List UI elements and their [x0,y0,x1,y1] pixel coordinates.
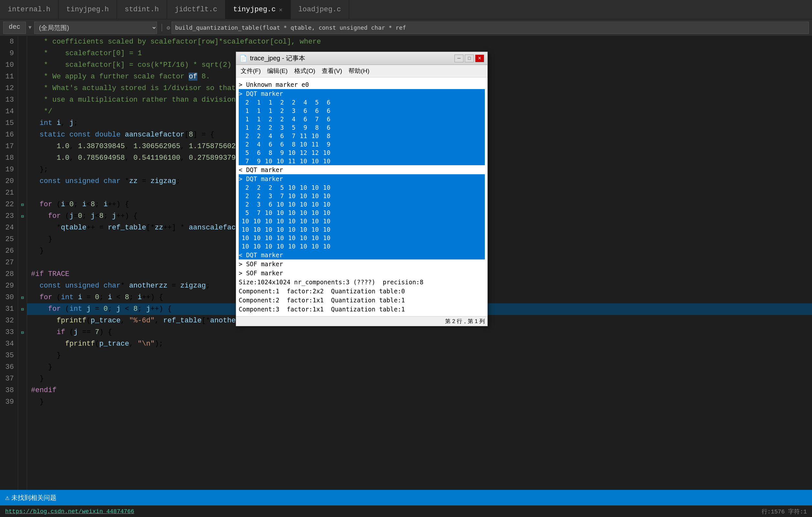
bottom-bar: https://blog.csdn.net/weixin_44874766 行:… [0,506,812,517]
code-line-34: fprintf(p_trace, "\n"); [27,338,812,350]
matrix2-row-6: 10 10 10 10 10 10 10 10 [240,234,485,242]
tab-tinyjpeg-h[interactable]: tinyjpeg.h [58,0,117,19]
matrix1-row-2: 1 1 2 2 4 6 7 6 [240,115,485,123]
matrix2-row-2: 2 3 6 10 10 10 10 10 [240,200,485,209]
collapse-gutter: ⊟ ⊟ ⊟ ⊟ ⊟ [18,36,27,490]
maximize-button[interactable]: □ [465,55,474,62]
notepad-line-close-dqt1: < DQT marker [239,165,485,174]
collapse-icon-30[interactable]: ⊟ [18,292,27,303]
warning-indicator: ⚠ 未找到相关问题 [5,493,57,502]
notepad-line-dqt-marker-2: > DQT marker [239,174,485,183]
matrix1-row-4: 2 2 4 6 7 11 10 8 [240,132,485,140]
toolbar-arrow: ▼ [28,25,32,31]
code-line-37: } [27,373,812,385]
menu-help[interactable]: 帮助(H) [346,66,372,76]
menu-format[interactable]: 格式(O) [292,66,318,76]
notepad-window: 📄 trace_jpeg - 记事本 ─ □ ✕ 文件(F) 编辑(E) 格式(… [236,52,488,326]
matrix1-row-6: 5 6 8 9 10 12 12 10 [240,148,485,157]
scope-dropdown[interactable]: (全局范围) [34,22,157,34]
notepad-menu: 文件(F) 编辑(E) 格式(O) 查看(V) 帮助(H) [236,65,487,78]
tab-stdint-h[interactable]: stdint.h [117,0,167,19]
matrix2-row-1: 2 2 3 7 10 10 10 10 [240,192,485,200]
collapse-icon-31[interactable]: ⊟ [18,303,27,315]
notepad-status: 第 2 行，第 1 列 [236,316,487,326]
notepad-matrix1: 2 1 1 2 2 4 5 6 1 1 1 2 3 6 6 6 1 1 [239,98,485,165]
tab-internal-h[interactable]: internal.h [0,0,58,19]
notepad-line-sof-1: > SOF marker [239,260,485,269]
matrix2-row-0: 2 2 2 5 10 10 10 10 [240,183,485,192]
notepad-cursor-position: 第 2 行，第 1 列 [445,318,485,324]
code-line-38: #endif [27,385,812,396]
matrix1-row-5: 2 4 6 6 8 10 11 9 [240,140,485,148]
notepad-controls: ─ □ ✕ [455,55,484,62]
menu-edit[interactable]: 编辑(E) [264,66,290,76]
code-line-33: if (j == 7) { [27,327,812,338]
tab-tinyjpeg-c[interactable]: tinyjpeg.c ✕ [226,0,291,19]
line-numbers: 8 9 10 11 12 13 14 15 16 17 18 19 20 21 … [0,36,18,490]
collapse-icon-22[interactable]: ⊟ [18,199,27,210]
status-bar: ⚠ 未找到相关问题 [0,490,812,506]
notepad-title: 📄 trace_jpeg - 记事本 [239,54,305,63]
matrix2-row-3: 5 7 10 10 10 10 10 10 [240,209,485,217]
warning-text: 未找到相关问题 [11,493,57,502]
minimize-button[interactable]: ─ [455,55,463,62]
notepad-line-sof-2: > SOF marker [239,269,485,277]
bottom-link[interactable]: https://blog.csdn.net/weixin_44874766 [5,508,134,515]
matrix1-row-0: 2 1 1 2 2 4 5 6 [240,98,485,107]
code-line-36: } [27,361,812,373]
notepad-line-unknown-marker: > Unknown marker e0 [239,80,485,89]
collapse-icon-33[interactable]: ⊟ [18,327,27,338]
code-line-39: } [27,396,812,408]
notepad-title-bar: 📄 trace_jpeg - 记事本 ─ □ ✕ [236,52,487,65]
menu-view[interactable]: 查看(V) [319,66,345,76]
matrix2-row-4: 10 10 10 10 10 10 10 10 [240,217,485,225]
matrix2-row-7: 10 10 10 10 10 10 10 10 [240,242,485,250]
close-notepad-button[interactable]: ✕ [475,55,484,62]
toolbar-separator: | [160,23,164,32]
bottom-position: 行:1576 字符:1 [762,508,807,515]
function-input[interactable] [172,22,809,34]
matrix1-row-1: 1 1 1 2 3 6 6 6 [240,107,485,115]
function-icon: ⚙ [167,24,170,31]
notepad-line-close-dqt2: < DQT marker [239,250,485,260]
notepad-line-dqt-marker-1: > DQT marker [239,89,485,98]
notepad-content[interactable]: > Unknown marker e0 > DQT marker 2 1 1 2… [236,78,487,316]
notepad-file-icon: 📄 [239,55,248,62]
notepad-line-component3: Component:3 factor:1x1 Quantization tabl… [239,305,485,314]
notepad-matrix2: 2 2 2 5 10 10 10 10 2 2 3 7 10 10 10 10 … [239,183,485,250]
notepad-line-component2: Component:2 factor:1x1 Quantization tabl… [239,296,485,305]
code-line-35: } [27,350,812,361]
notepad-line-size: Size:1024x1024 nr_components:3 (????) pr… [239,277,485,286]
close-tab-icon[interactable]: ✕ [279,6,283,13]
toolbar: dec ▼ (全局范围) | ⚙ [0,19,812,36]
warning-icon: ⚠ [5,493,9,502]
matrix1-row-3: 1 2 2 3 5 9 8 6 [240,123,485,132]
tab-bar: internal.h tinyjpeg.h stdint.h jidctflt.… [0,0,812,19]
code-line-8: * coefficients scaled by scalefactor[row… [27,36,812,48]
notepad-line-component1: Component:1 factor:2x2 Quantization tabl… [239,286,485,296]
tab-jidctflt-c[interactable]: jidctflt.c [167,0,226,19]
collapse-icon-23[interactable]: ⊟ [18,210,27,222]
menu-file[interactable]: 文件(F) [238,66,263,76]
matrix1-row-7: 7 9 10 10 11 10 10 10 [240,157,485,165]
matrix2-row-5: 10 10 10 10 10 10 10 10 [240,225,485,234]
scope-label[interactable]: dec [3,22,26,34]
tab-loadjpeg-c[interactable]: loadjpeg.c [291,0,349,19]
